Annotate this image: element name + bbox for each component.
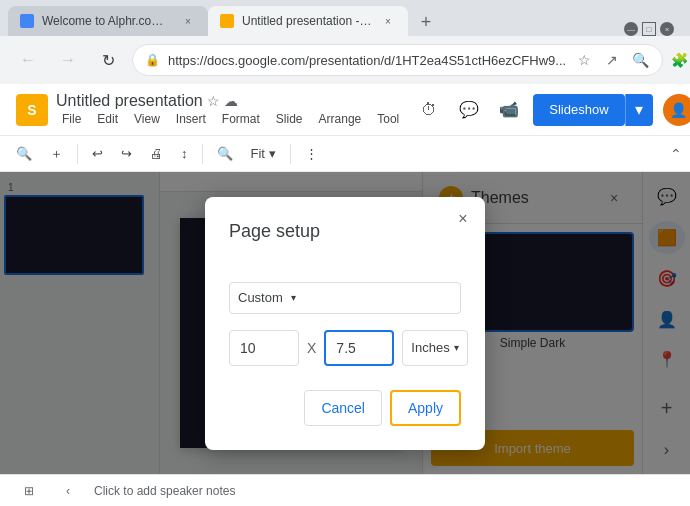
slides-header: S Untitled presentation ☆ ☁ File Edit Vi…: [0, 84, 690, 136]
tab-slides-label: Untitled presentation - Google S...: [242, 14, 372, 28]
menu-format[interactable]: Format: [216, 110, 266, 128]
preset-label: Custom: [238, 290, 283, 305]
separator2: [202, 144, 203, 164]
menu-slide[interactable]: Slide: [270, 110, 309, 128]
url-bar[interactable]: 🔒 https://docs.google.com/presentation/d…: [132, 44, 663, 76]
search-toolbar-btn[interactable]: 🔍: [8, 140, 40, 168]
zoom-chevron: ▾: [269, 146, 276, 161]
header-actions: ⏱ 💬 📹 Slideshow ▾ 👤: [413, 92, 690, 128]
tab-bar: Welcome to Alphr.com - Google ... × Unti…: [0, 0, 690, 36]
account-icon[interactable]: 👤: [661, 92, 690, 128]
modal-dimensions-row: X Inches ▾: [229, 330, 461, 366]
forward-button[interactable]: →: [52, 44, 84, 76]
tab-alphr-label: Welcome to Alphr.com - Google ...: [42, 14, 172, 28]
cancel-button[interactable]: Cancel: [304, 390, 382, 426]
slideshow-dropdown[interactable]: ▾: [625, 94, 653, 126]
menu-tool[interactable]: Tool: [371, 110, 405, 128]
tab-slides-close[interactable]: ×: [380, 13, 396, 29]
modal-header-row: Page setup ×: [229, 221, 461, 262]
slides-menu: File Edit View Insert Format Slide Arran…: [56, 110, 405, 128]
undo-btn[interactable]: ↩: [84, 140, 111, 168]
slideshow-label: Slideshow: [549, 102, 608, 117]
unit-chevron-icon: ▾: [454, 342, 459, 353]
history-icon[interactable]: ⏱: [413, 94, 445, 126]
slides-title-area: Untitled presentation ☆ ☁ File Edit View…: [56, 92, 405, 128]
menu-view[interactable]: View: [128, 110, 166, 128]
menu-edit[interactable]: Edit: [91, 110, 124, 128]
speaker-notes-area[interactable]: Click to add speaker notes: [94, 484, 674, 498]
more-options-btn[interactable]: ⋮: [297, 140, 326, 168]
star-icon[interactable]: ☆: [207, 93, 220, 109]
modal-close-icon: ×: [458, 210, 467, 228]
window-minimize[interactable]: —: [624, 22, 638, 36]
separator3: [290, 144, 291, 164]
apply-button[interactable]: Apply: [390, 390, 461, 426]
zoom-label: Fit: [251, 146, 265, 161]
slideshow-button-group: Slideshow ▾: [533, 94, 652, 126]
back-button[interactable]: ←: [12, 44, 44, 76]
unit-dropdown[interactable]: Inches ▾: [402, 330, 467, 366]
window-maximize[interactable]: □: [642, 22, 656, 36]
slides-title: Untitled presentation: [56, 92, 203, 110]
slides-logo: S: [16, 94, 48, 126]
print-btn[interactable]: 🖨: [142, 140, 171, 168]
modal-close-button[interactable]: ×: [449, 205, 477, 233]
preset-dropdown[interactable]: Custom ▾: [229, 282, 461, 314]
avatar[interactable]: 👤: [663, 94, 690, 126]
url-text: https://docs.google.com/presentation/d/1…: [168, 53, 566, 68]
tab-alphr[interactable]: Welcome to Alphr.com - Google ... ×: [8, 6, 208, 36]
dimension-x-separator: X: [307, 340, 316, 356]
tab-alphr-close[interactable]: ×: [180, 13, 196, 29]
comment-icon[interactable]: 💬: [453, 94, 485, 126]
search-icon[interactable]: 🔍: [630, 50, 650, 70]
menu-arrange[interactable]: Arrange: [313, 110, 368, 128]
extensions-icon[interactable]: 🧩: [671, 46, 688, 74]
cloud-icon[interactable]: ☁: [224, 93, 238, 109]
window-close[interactable]: ×: [660, 22, 674, 36]
height-input[interactable]: [324, 330, 394, 366]
refresh-button[interactable]: ↻: [92, 44, 124, 76]
content-area: 1 ck to add title Click to add subtitle …: [0, 172, 690, 474]
menu-file[interactable]: File: [56, 110, 87, 128]
zoom-in-btn[interactable]: ＋: [42, 140, 71, 168]
apply-label: Apply: [408, 400, 443, 416]
notes-placeholder: Click to add speaker notes: [94, 484, 235, 498]
modal-actions: Cancel Apply: [229, 390, 461, 426]
slideshow-button[interactable]: Slideshow: [533, 94, 624, 126]
preset-chevron-icon: ▾: [291, 292, 296, 303]
menu-insert[interactable]: Insert: [170, 110, 212, 128]
logo-letter: S: [27, 102, 36, 118]
panel-collapse-button[interactable]: ‹: [58, 479, 78, 503]
grid-view-button[interactable]: ⊞: [16, 479, 42, 503]
unit-label: Inches: [411, 340, 449, 355]
redo-btn[interactable]: ↪: [113, 140, 140, 168]
page-setup-modal: Page setup × Custom ▾ X: [205, 197, 485, 450]
zoom-fit-btn[interactable]: Fit ▾: [243, 140, 284, 168]
slides-favicon: [220, 14, 234, 28]
paint-btn[interactable]: ↕: [173, 140, 196, 168]
address-bar: ← → ↻ 🔒 https://docs.google.com/presenta…: [0, 36, 690, 84]
modal-overlay: Page setup × Custom ▾ X: [0, 172, 690, 474]
share-icon[interactable]: ↗: [602, 50, 622, 70]
tab-slides[interactable]: Untitled presentation - Google S... ×: [208, 6, 408, 36]
zoom-icon-btn[interactable]: 🔍: [209, 140, 241, 168]
modal-title: Page setup: [229, 221, 320, 242]
width-input[interactable]: [229, 330, 299, 366]
new-tab-button[interactable]: +: [412, 8, 440, 36]
cancel-label: Cancel: [321, 400, 365, 416]
toolbar-row: 🔍 ＋ ↩ ↪ 🖨 ↕ 🔍 Fit ▾ ⋮ ⌃: [0, 136, 690, 172]
modal-preset-row: Custom ▾: [229, 282, 461, 314]
bookmark-star-icon[interactable]: ☆: [574, 50, 594, 70]
bottom-bar: ⊞ ‹ Click to add speaker notes: [0, 474, 690, 506]
alphr-favicon: [20, 14, 34, 28]
screenshare-icon[interactable]: 📹: [493, 94, 525, 126]
toolbar-expand-btn[interactable]: ⌃: [670, 146, 682, 162]
separator1: [77, 144, 78, 164]
